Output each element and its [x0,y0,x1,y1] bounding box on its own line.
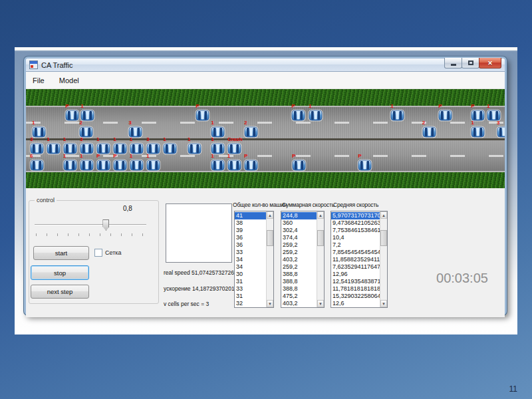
list-item[interactable]: 39 [235,227,266,234]
car: P [65,109,80,122]
list-item[interactable]: 5,97073170731707 [331,212,380,219]
list-item[interactable]: 7,62352941176471 [331,263,380,271]
title-bar[interactable]: CA Traffic ✕ [26,59,505,72]
scroll-down-icon[interactable]: ▼ [380,300,387,307]
list-item[interactable]: 36 [235,241,266,249]
car-speed-label: 6 [30,153,33,159]
list-item[interactable]: 12,96 [331,271,380,278]
car-speed-label: 1 [188,136,190,142]
list-item[interactable]: 15,3290322580645 [331,293,380,300]
car-speed-label: 1 [130,136,132,142]
car-speed-label: P [438,103,442,109]
list-item[interactable]: 32 [235,300,266,307]
listbox-average-speed[interactable]: 5,970731707317079,473684210526327,753846… [331,211,388,308]
list-item[interactable]: 33 [235,249,266,256]
list-item[interactable]: 388,8 [281,285,317,293]
car-speed-label: 1 [227,153,230,159]
list-item[interactable]: 403,2 [281,256,317,263]
list-item[interactable]: 31 [235,278,266,285]
slider-ticks [36,233,145,236]
slider-thumb[interactable] [102,219,109,231]
menu-file[interactable]: File [33,76,45,84]
scroll-thumb[interactable] [317,230,324,246]
scroll-thumb[interactable] [267,230,273,246]
car: P [112,159,128,172]
car-speed-label: P [113,153,116,159]
list-item[interactable]: 7,85454545454545 [331,249,380,256]
list-item[interactable]: 7,2 [331,241,380,249]
car-speed-label: P [196,103,199,109]
list-header-total-cars: Общее кол-во машин [233,201,287,208]
list-item[interactable]: 11,8588235294118 [331,256,380,263]
menu-model[interactable]: Model [59,76,79,84]
listbox-total-cars[interactable]: 41383936363334343031333132 ▲ ▼ [234,211,274,308]
scrollbar[interactable]: ▲ ▼ [380,211,387,307]
car-speed-label: 1 [163,136,166,142]
list-item[interactable]: 7,75384615384615 [331,227,380,234]
list-item[interactable]: 244,8 [281,212,317,219]
car-speed-label: 1 [32,120,35,126]
grid-checkbox[interactable]: Сетка [94,249,121,257]
list-item[interactable]: 9,47368421052632 [331,219,380,227]
control-group: control 0,8 start Сетка stop next step [29,200,159,304]
car-speed-label: Crash [227,136,243,142]
car: 1 [187,142,202,155]
scroll-down-icon[interactable]: ▼ [267,300,273,307]
car-speed-label: 1 [130,153,132,159]
grid-checkbox-label: Сетка [105,249,121,256]
list-item[interactable]: 36 [235,234,266,241]
list-item[interactable]: 34 [235,256,266,263]
list-item[interactable]: 10,4 [331,234,380,241]
list-item[interactable]: 38 [235,219,266,227]
stop-button[interactable]: stop [31,265,89,280]
car-speed-label: 1 [80,153,82,159]
list-item[interactable]: 34 [235,263,266,271]
car-speed-label: 1 [63,153,66,159]
scroll-up-icon[interactable]: ▲ [317,211,324,219]
maximize-button[interactable] [462,58,479,68]
next-step-button[interactable]: next step [31,285,89,299]
list-header-average-speed: Средняя скорость [333,201,378,208]
list-item[interactable]: 11,7818181818182 [331,285,380,293]
list-item[interactable]: 475,2 [281,293,317,300]
list-item[interactable]: 12,541935483871 [331,278,380,285]
car: P [438,109,453,122]
car: 1 [46,142,61,155]
list-item[interactable]: 360 [281,219,317,227]
list-item[interactable]: 403,2 [281,300,317,307]
list-item[interactable]: 30 [235,271,266,278]
list-item[interactable]: 259,2 [281,263,317,271]
list-item[interactable]: 12,6 [331,300,380,307]
scroll-down-icon[interactable]: ▼ [317,300,324,307]
list-item[interactable]: 31 [235,293,266,300]
scroll-thumb[interactable] [380,230,387,246]
control-form: control 0,8 start Сетка stop next step [26,188,505,317]
scrollbar[interactable]: ▲ ▼ [266,211,273,307]
density-slider[interactable] [35,219,146,231]
screenshot-plate: CA Traffic ✕ File Model P1PP11PP11231221… [15,47,517,334]
scroll-up-icon[interactable]: ▲ [267,211,273,219]
list-item[interactable]: 302,4 [281,227,317,234]
minimize-button[interactable] [444,58,462,68]
checkbox-icon[interactable] [94,249,102,257]
car-speed-label: 1 [63,136,66,142]
start-button[interactable]: start [33,246,89,260]
list-item[interactable]: 259,2 [281,249,317,256]
car: 2 [243,126,259,138]
car-speed-label: 3 [497,120,499,126]
list-item[interactable]: 259,2 [281,241,317,249]
list-item[interactable]: 33 [235,285,266,293]
list-item[interactable]: 41 [235,212,266,219]
list-item[interactable]: 388,8 [281,278,317,285]
car-speed-label: 1 [211,153,213,159]
scroll-up-icon[interactable]: ▲ [380,211,387,219]
listbox-total-speed[interactable]: 244,8360302,4374,4259,2259,2403,2259,238… [281,211,325,308]
scrollbar[interactable]: ▲ ▼ [317,211,324,307]
car: 1 [63,159,78,172]
slider-track[interactable] [35,224,146,225]
car: 1 [308,109,323,122]
car: 1 [146,159,161,172]
list-item[interactable]: 388,8 [281,271,317,278]
close-button[interactable]: ✕ [479,58,501,68]
list-item[interactable]: 374,4 [281,234,317,241]
